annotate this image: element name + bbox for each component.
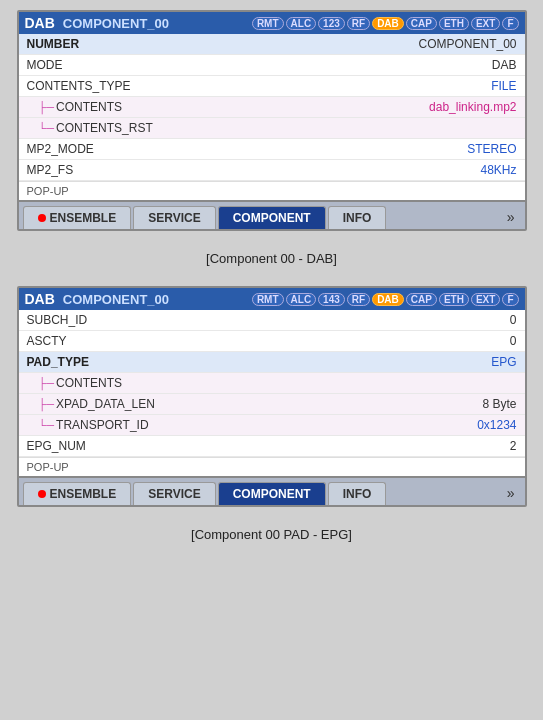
panel-2-component-label: COMPONENT_00 (63, 292, 169, 307)
panel-1-caption: [Component 00 - DAB] (206, 247, 337, 270)
panel-1-badge-group: RMT ALC 123 RF DAB CAP ETH EXT F (252, 17, 519, 30)
row-key: NUMBER (19, 34, 297, 55)
row-value: 0 (297, 331, 525, 352)
row-value: 8 Byte (297, 394, 525, 415)
row-key: ├─CONTENTS (19, 97, 297, 118)
badge-f: F (502, 293, 518, 306)
table-row: MODE DAB (19, 55, 525, 76)
row-value: 0x1234 (297, 415, 525, 436)
row-value: STEREO (297, 139, 525, 160)
table-row: └─CONTENTS_RST (19, 118, 525, 139)
tree-icon: └─ (39, 419, 55, 431)
row-value: 2 (297, 436, 525, 457)
row-key: MP2_FS (19, 160, 297, 181)
tab-info[interactable]: INFO (328, 206, 387, 229)
table-row: CONTENTS_TYPE FILE (19, 76, 525, 97)
badge-eth: ETH (439, 293, 469, 306)
red-dot-icon (38, 490, 46, 498)
row-value (297, 118, 525, 139)
badge-rf: RF (347, 293, 370, 306)
table-row: EPG_NUM 2 (19, 436, 525, 457)
row-key: ASCTY (19, 331, 297, 352)
badge-123: 123 (318, 17, 345, 30)
row-value: 48KHz (297, 160, 525, 181)
tab-service[interactable]: SERVICE (133, 206, 215, 229)
badge-alc: ALC (286, 17, 317, 30)
table-row: ├─XPAD_DATA_LEN 8 Byte (19, 394, 525, 415)
tab-component[interactable]: COMPONENT (218, 482, 326, 505)
table-row: SUBCH_ID 0 (19, 310, 525, 331)
badge-rmt: RMT (252, 293, 284, 306)
table-row: ├─CONTENTS (19, 373, 525, 394)
row-value: EPG (297, 352, 525, 373)
tab-ensemble[interactable]: ENSEMBLE (23, 482, 132, 505)
panel-1-header: DAB COMPONENT_00 RMT ALC 123 RF DAB CAP … (19, 12, 525, 34)
table-row: NUMBER COMPONENT_00 (19, 34, 525, 55)
badge-rf: RF (347, 17, 370, 30)
row-key: └─TRANSPORT_ID (19, 415, 297, 436)
table-row: MP2_MODE STEREO (19, 139, 525, 160)
panel-1-table: NUMBER COMPONENT_00 MODE DAB CONTENTS_TY… (19, 34, 525, 181)
panel-2-badge-group: RMT ALC 143 RF DAB CAP ETH EXT F (252, 293, 519, 306)
panel-2-body: SUBCH_ID 0 ASCTY 0 PAD_TYPE EPG ├─CONTEN… (19, 310, 525, 476)
tree-icon: ├─ (39, 377, 55, 389)
row-key: ├─XPAD_DATA_LEN (19, 394, 297, 415)
badge-f: F (502, 17, 518, 30)
row-value: dab_linking.mp2 (297, 97, 525, 118)
tab-service[interactable]: SERVICE (133, 482, 215, 505)
tab-more-icon[interactable]: » (501, 205, 521, 229)
panel-1: DAB COMPONENT_00 RMT ALC 123 RF DAB CAP … (17, 10, 527, 231)
red-dot-icon (38, 214, 46, 222)
table-row: MP2_FS 48KHz (19, 160, 525, 181)
tab-ensemble[interactable]: ENSEMBLE (23, 206, 132, 229)
badge-dab: DAB (372, 17, 404, 30)
badge-cap: CAP (406, 293, 437, 306)
tab-more-icon[interactable]: » (501, 481, 521, 505)
tree-icon: ├─ (39, 101, 55, 113)
badge-143: 143 (318, 293, 345, 306)
popup-label: POP-UP (19, 457, 525, 476)
panel-1-dab-label: DAB (25, 15, 55, 31)
panel-2-tab-bar: ENSEMBLE SERVICE COMPONENT INFO » (19, 476, 525, 505)
badge-eth: ETH (439, 17, 469, 30)
panel-2-header: DAB COMPONENT_00 RMT ALC 143 RF DAB CAP … (19, 288, 525, 310)
badge-rmt: RMT (252, 17, 284, 30)
badge-ext: EXT (471, 17, 500, 30)
panel-2-table: SUBCH_ID 0 ASCTY 0 PAD_TYPE EPG ├─CONTEN… (19, 310, 525, 457)
row-key: MODE (19, 55, 297, 76)
panel-2-dab-label: DAB (25, 291, 55, 307)
panel-1-component-label: COMPONENT_00 (63, 16, 169, 31)
badge-cap: CAP (406, 17, 437, 30)
row-key: EPG_NUM (19, 436, 297, 457)
row-value: DAB (297, 55, 525, 76)
panel-1-body: NUMBER COMPONENT_00 MODE DAB CONTENTS_TY… (19, 34, 525, 200)
tab-info[interactable]: INFO (328, 482, 387, 505)
row-key: SUBCH_ID (19, 310, 297, 331)
row-value: COMPONENT_00 (297, 34, 525, 55)
row-key: ├─CONTENTS (19, 373, 297, 394)
badge-dab: DAB (372, 293, 404, 306)
panel-1-tab-bar: ENSEMBLE SERVICE COMPONENT INFO » (19, 200, 525, 229)
row-value: 0 (297, 310, 525, 331)
row-value: FILE (297, 76, 525, 97)
table-row: PAD_TYPE EPG (19, 352, 525, 373)
panel-2-caption: [Component 00 PAD - EPG] (191, 523, 352, 546)
row-key: MP2_MODE (19, 139, 297, 160)
row-key: PAD_TYPE (19, 352, 297, 373)
table-row: ASCTY 0 (19, 331, 525, 352)
badge-alc: ALC (286, 293, 317, 306)
popup-label: POP-UP (19, 181, 525, 200)
row-value (297, 373, 525, 394)
tree-icon: ├─ (39, 398, 55, 410)
tree-icon: └─ (39, 122, 55, 134)
table-row: └─TRANSPORT_ID 0x1234 (19, 415, 525, 436)
table-row: ├─CONTENTS dab_linking.mp2 (19, 97, 525, 118)
tab-component[interactable]: COMPONENT (218, 206, 326, 229)
row-key: CONTENTS_TYPE (19, 76, 297, 97)
badge-ext: EXT (471, 293, 500, 306)
panel-2: DAB COMPONENT_00 RMT ALC 143 RF DAB CAP … (17, 286, 527, 507)
row-key: └─CONTENTS_RST (19, 118, 297, 139)
